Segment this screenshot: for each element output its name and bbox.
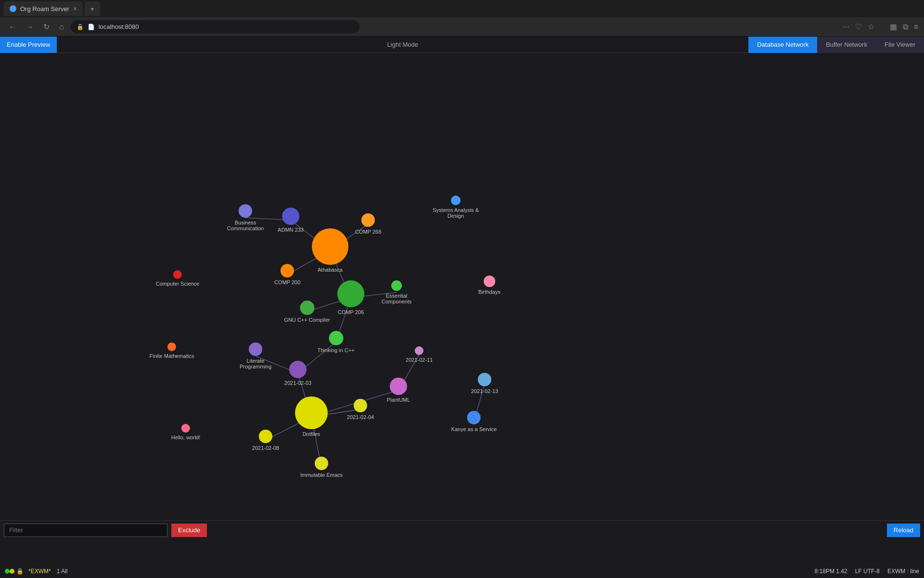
node-label-2021-02-04: 2021-02-04	[347, 414, 374, 420]
node-label-2021-02-13: 2021-02-13	[471, 388, 498, 394]
status-mode: EXWM : line	[887, 568, 919, 575]
tab-file-viewer[interactable]: File Viewer	[876, 37, 924, 53]
node-2021-02-04[interactable]: 2021-02-04	[347, 399, 374, 420]
app-toolbar: Enable Preview Light Mode Database Netwo…	[0, 37, 924, 53]
node-label-plantuml: PlantUML	[387, 397, 410, 403]
node-comp-206[interactable]: COMP 206	[337, 280, 364, 315]
filter-bar: Exclude Reload	[0, 520, 924, 539]
node-computer-science[interactable]: Computer Science	[156, 270, 200, 287]
node-label-thinking-cpp: Thinking in C++	[317, 347, 354, 353]
status-lock-icon: 🔒	[16, 568, 24, 575]
node-literate-programming[interactable]: Literate Programming	[231, 342, 280, 369]
bookmark-icon[interactable]: ♡	[855, 22, 862, 31]
url-text: localhost:8080	[99, 23, 139, 30]
nav-tabs: Database Network Buffer Network File Vie…	[748, 37, 924, 53]
node-label-business-communication: Business Communication	[227, 220, 264, 231]
node-business-communication[interactable]: Business Communication	[227, 204, 264, 231]
home-button[interactable]: ⌂	[56, 21, 67, 33]
node-label-hello-world: Hello, world!	[171, 434, 201, 440]
node-label-admn-233: ADMN 233	[278, 227, 304, 233]
node-immutable-emacs[interactable]: Immutable Emacs	[300, 457, 343, 478]
tab-title: Org Roam Server	[20, 5, 69, 13]
browser-tab[interactable]: Org Roam Server ×	[4, 1, 83, 16]
status-exwm: *EXWM*	[28, 568, 51, 575]
exclude-button[interactable]: Exclude	[171, 524, 207, 537]
node-label-systems-analysis: Systems Analysis & Design	[433, 207, 479, 219]
status-bar: 🔒 *EXWM* 1 All 8:18PM 1.42 LF UTF-8 EXWM…	[0, 564, 924, 578]
node-label-kanye-service: Kanye as a Service	[451, 426, 497, 432]
node-comp-268[interactable]: COMP 268	[355, 213, 381, 235]
node-label-immutable-emacs: Immutable Emacs	[300, 472, 343, 478]
network-canvas: Business CommunicationADMN 233COMP 268Sy…	[0, 53, 924, 554]
edge-connections	[0, 53, 924, 554]
forward-button[interactable]: →	[23, 21, 37, 33]
node-birthdays[interactable]: Birthdays	[478, 276, 500, 295]
node-label-comp-200: COMP 200	[274, 279, 300, 285]
node-label-computer-science: Computer Science	[156, 281, 200, 287]
more-icon[interactable]: ···	[843, 23, 849, 31]
node-label-2021-02-03: 2021-02-03	[284, 380, 311, 386]
tab-close-button[interactable]: ×	[73, 5, 77, 13]
node-essential-components[interactable]: Essential Components	[372, 280, 421, 304]
node-systems-analysis[interactable]: Systems Analysis & Design	[433, 196, 479, 219]
node-label-2021-02-11: 2021-02-11	[406, 357, 433, 363]
node-label-birthdays: Birthdays	[478, 289, 500, 295]
menu-icon[interactable]: ≡	[914, 23, 918, 31]
node-label-finite-mathematics: Finite Mathematics	[150, 353, 194, 359]
node-label-athabasca: Athabasca	[318, 267, 343, 273]
node-label-2021-02-08: 2021-02-08	[252, 445, 279, 451]
node-athabasca[interactable]: Athabasca	[312, 228, 348, 273]
node-thinking-cpp[interactable]: Thinking in C++	[317, 331, 354, 353]
browser-toolbar-right: ··· ♡ ☆ ▦ ⧉ ≡	[843, 22, 918, 31]
new-tab-button[interactable]: +	[85, 1, 100, 16]
light-mode-label: Light Mode	[57, 41, 748, 48]
node-label-literate-programming: Literate Programming	[231, 358, 280, 369]
node-plantuml[interactable]: PlantUML	[387, 378, 410, 403]
star-icon[interactable]: ☆	[868, 22, 874, 31]
status-time: 8:18PM 1.42	[815, 568, 847, 575]
enable-preview-button[interactable]: Enable Preview	[0, 37, 57, 53]
status-dot-green	[5, 569, 10, 574]
node-label-comp-268: COMP 268	[355, 229, 381, 235]
address-bar: ← → ↻ ⌂ 🔒 📄 localhost:8080 ··· ♡ ☆ ▦ ⧉ ≡	[0, 17, 924, 37]
node-label-dotfiles: Dotfiles	[303, 431, 321, 437]
url-input[interactable]: 🔒 📄 localhost:8080	[71, 20, 359, 33]
node-kanye-service[interactable]: Kanye as a Service	[451, 411, 497, 432]
status-right: 8:18PM 1.42 LF UTF-8 EXWM : line	[815, 568, 919, 575]
node-label-essential-components: Essential Components	[372, 293, 421, 304]
tab-favicon	[10, 5, 16, 12]
node-hello-world[interactable]: Hello, world!	[171, 424, 201, 440]
status-dot-yellow	[10, 569, 14, 574]
filter-input[interactable]	[4, 524, 167, 537]
split-icon[interactable]: ⧉	[903, 23, 908, 31]
node-admn-233[interactable]: ADMN 233	[278, 208, 304, 233]
node-2021-02-13[interactable]: 2021-02-13	[471, 373, 498, 394]
node-2021-02-03[interactable]: 2021-02-03	[284, 361, 311, 386]
status-encoding: LF UTF-8	[855, 568, 880, 575]
tab-buffer-network[interactable]: Buffer Network	[817, 37, 876, 53]
back-button[interactable]: ←	[6, 21, 19, 33]
status-desktop: 1 All	[57, 568, 68, 575]
node-gnu-cpp-compiler[interactable]: GNU C++ Compiler	[284, 301, 330, 323]
security-icon: 🔒	[77, 24, 84, 30]
refresh-button[interactable]: ↻	[40, 20, 52, 33]
sidebar-icon[interactable]: ▦	[890, 22, 897, 31]
node-comp-200[interactable]: COMP 200	[274, 264, 300, 285]
page-icon: 📄	[88, 24, 95, 30]
node-label-gnu-cpp-compiler: GNU C++ Compiler	[284, 317, 330, 323]
tab-database-network[interactable]: Database Network	[748, 37, 817, 53]
node-dotfiles[interactable]: Dotfiles	[295, 396, 328, 437]
node-2021-02-08[interactable]: 2021-02-08	[252, 430, 279, 451]
node-2021-02-11[interactable]: 2021-02-11	[406, 346, 433, 363]
node-finite-mathematics[interactable]: Finite Mathematics	[150, 342, 194, 359]
node-label-comp-206: COMP 206	[338, 309, 364, 315]
reload-button[interactable]: Reload	[887, 524, 920, 537]
